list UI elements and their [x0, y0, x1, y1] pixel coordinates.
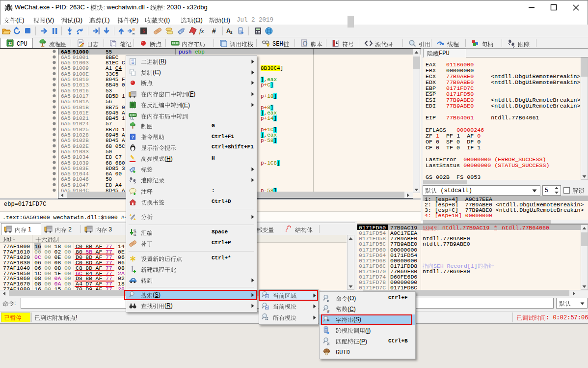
- svg-text:10: 10: [131, 62, 134, 65]
- svg-text:01: 01: [134, 234, 136, 236]
- svg-text:z: z: [230, 30, 233, 35]
- svg-text:S: S: [142, 28, 145, 34]
- svg-text:{}: {}: [302, 41, 308, 46]
- svg-text:fx: fx: [199, 27, 204, 34]
- svg-text:#: #: [327, 309, 329, 313]
- svg-text:?: ?: [132, 134, 134, 140]
- svg-text:#: #: [212, 27, 216, 35]
